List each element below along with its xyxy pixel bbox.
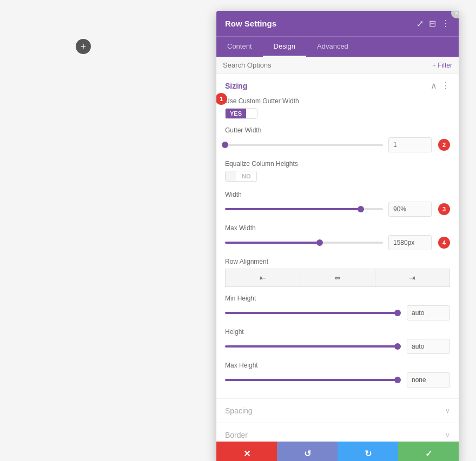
- min-height-field: Min Height auto: [225, 295, 450, 320]
- width-fill: [225, 208, 361, 210]
- redo-button[interactable]: ↻: [338, 442, 398, 461]
- gutter-toggle-field: Use Custom Gutter Width 1 YES: [225, 97, 450, 119]
- height-fill: [225, 345, 398, 348]
- max-height-fill: [225, 379, 398, 381]
- gutter-width-value[interactable]: 1: [388, 137, 432, 152]
- row-alignment-field: Row Alignment ⇤ ⇔ ⇥: [225, 258, 450, 287]
- border-chevron-icon: ∨: [445, 431, 450, 439]
- align-left-icon: ⇤: [260, 273, 266, 282]
- max-height-thumb[interactable]: [394, 377, 401, 383]
- gutter-width-field: Gutter Width 1 2: [225, 126, 450, 152]
- gutter-width-track[interactable]: [225, 144, 383, 146]
- alignment-buttons: ⇤ ⇔ ⇥: [225, 269, 450, 287]
- more-icon[interactable]: ⋮: [441, 18, 450, 29]
- badge-2: 2: [438, 139, 450, 151]
- save-button[interactable]: ✓: [398, 442, 459, 461]
- tab-advanced[interactable]: Advanced: [306, 37, 359, 57]
- gutter-toggle-label: Use Custom Gutter Width: [225, 97, 450, 105]
- gutter-width-label: Gutter Width: [225, 126, 450, 134]
- max-width-field: Max Width 1580px 4: [225, 224, 450, 250]
- spacing-chevron-icon: ∨: [445, 407, 450, 415]
- gutter-width-thumb[interactable]: [222, 142, 228, 148]
- max-width-track[interactable]: [225, 242, 383, 244]
- sizing-header-icons: ∧ ⋮: [431, 81, 450, 91]
- max-width-value[interactable]: 1580px: [388, 235, 432, 250]
- badge-3: 3: [438, 203, 450, 215]
- columns-icon[interactable]: ⊟: [429, 18, 436, 29]
- cancel-button[interactable]: ✕: [216, 442, 277, 461]
- sizing-title: Sizing: [225, 82, 247, 90]
- max-height-field: Max Height none: [225, 362, 450, 387]
- toggle-yes[interactable]: YES: [226, 109, 246, 118]
- min-height-label: Min Height: [225, 295, 450, 302]
- tab-design[interactable]: Design: [263, 37, 306, 57]
- plus-icon: +: [81, 42, 87, 51]
- border-title: Border: [225, 431, 248, 439]
- search-input[interactable]: [223, 61, 432, 69]
- min-height-value[interactable]: auto: [407, 305, 450, 320]
- save-icon: ✓: [425, 449, 432, 459]
- align-center-icon: ⇔: [334, 273, 341, 282]
- height-thumb[interactable]: [394, 343, 401, 350]
- expand-icon[interactable]: ⤢: [416, 18, 424, 29]
- filter-button[interactable]: + Filter: [432, 62, 452, 69]
- panel-content: Sizing ∧ ⋮ Use Custom Gutter Width 1 YES: [216, 74, 459, 442]
- tabs: Content Design Advanced: [216, 36, 459, 57]
- max-width-thumb[interactable]: [316, 239, 323, 246]
- toggle-no[interactable]: [246, 109, 257, 118]
- width-value[interactable]: 90%: [388, 202, 432, 217]
- border-header[interactable]: Border ∨: [216, 423, 459, 442]
- equalize-label: Equalize Column Heights: [225, 160, 450, 168]
- min-height-track[interactable]: [225, 312, 401, 314]
- spacing-title: Spacing: [225, 406, 253, 415]
- gutter-toggle[interactable]: YES: [225, 108, 257, 119]
- min-height-thumb[interactable]: [394, 310, 401, 316]
- height-label: Height: [225, 328, 450, 336]
- section-more-icon[interactable]: ⋮: [441, 81, 450, 91]
- max-width-fill: [225, 242, 320, 244]
- row-settings-panel: Row Settings ⤢ ⊟ ⋮ × Content Design Adva…: [216, 11, 459, 461]
- spacing-header[interactable]: Spacing ∨: [216, 399, 459, 423]
- eq-no[interactable]: NO: [236, 171, 256, 181]
- panel-title: Row Settings: [225, 19, 276, 28]
- width-label: Width: [225, 191, 450, 198]
- search-bar: + Filter: [216, 57, 459, 74]
- width-field: Width 90% 3: [225, 191, 450, 217]
- eq-yes[interactable]: [226, 171, 236, 181]
- sizing-section-header[interactable]: Sizing ∧ ⋮: [216, 74, 459, 97]
- badge-4: 4: [438, 237, 450, 249]
- align-right-button[interactable]: ⇥: [375, 269, 450, 287]
- spacing-section: Spacing ∨: [216, 399, 459, 423]
- header-icons: ⤢ ⊟ ⋮: [416, 18, 450, 29]
- max-height-track[interactable]: [225, 379, 401, 381]
- row-alignment-label: Row Alignment: [225, 258, 450, 265]
- add-section-button[interactable]: +: [76, 39, 91, 54]
- equalize-field: Equalize Column Heights NO: [225, 160, 450, 183]
- align-right-icon: ⇥: [409, 273, 415, 282]
- undo-icon: ↺: [304, 449, 311, 459]
- tab-content[interactable]: Content: [216, 37, 263, 57]
- redo-icon: ↻: [365, 449, 372, 459]
- equalize-toggle[interactable]: NO: [225, 171, 257, 182]
- height-track[interactable]: [225, 345, 401, 348]
- cancel-icon: ✕: [243, 449, 250, 459]
- close-button[interactable]: ×: [451, 11, 459, 18]
- sizing-section: Sizing ∧ ⋮ Use Custom Gutter Width 1 YES: [216, 74, 459, 399]
- align-center-button[interactable]: ⇔: [300, 269, 375, 287]
- undo-button[interactable]: ↺: [277, 442, 338, 461]
- panel-header: Row Settings ⤢ ⊟ ⋮ ×: [216, 11, 459, 36]
- max-height-value[interactable]: none: [407, 372, 450, 387]
- max-width-label: Max Width: [225, 224, 450, 232]
- height-field: Height auto: [225, 328, 450, 354]
- width-track[interactable]: [225, 208, 383, 210]
- border-section: Border ∨: [216, 423, 459, 442]
- panel-footer: ✕ ↺ ↻ ✓: [216, 442, 459, 461]
- chevron-up-icon: ∧: [431, 81, 437, 91]
- align-left-button[interactable]: ⇤: [225, 269, 300, 287]
- sizing-body: Use Custom Gutter Width 1 YES Gutter: [216, 97, 459, 398]
- width-thumb[interactable]: [358, 206, 364, 212]
- height-value[interactable]: auto: [407, 339, 450, 354]
- min-height-fill: [225, 312, 398, 314]
- max-height-label: Max Height: [225, 362, 450, 369]
